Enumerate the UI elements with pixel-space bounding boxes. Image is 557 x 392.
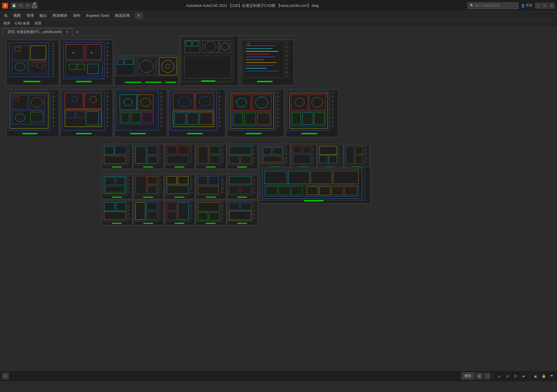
cad-drawing-2[interactable]	[60, 40, 113, 85]
svg-rect-205	[314, 113, 324, 125]
canvas-area[interactable]: + 模型 ⊞ ⋯ ⊾ ◎ ⊡ ◈ ⬕ 🔒 ⚑	[0, 36, 557, 381]
active-tab[interactable]: 【55】全屋定制展厅C....ysh3d.com】 ✕	[2, 28, 73, 36]
svg-rect-376	[263, 169, 362, 199]
menu-dropdown-button[interactable]: ▼	[135, 13, 143, 19]
menu-bar: 化 视图 管理 输出 附加模块 协作 Express Tools 精选应用 ▼	[0, 11, 557, 20]
svg-rect-426	[209, 213, 220, 220]
svg-rect-427	[206, 223, 215, 224]
share-button[interactable]: 🔗 共享	[31, 3, 38, 9]
svg-point-202	[312, 97, 323, 108]
svg-rect-138	[120, 112, 153, 124]
cad-drawing-r3-8[interactable]	[317, 144, 343, 169]
cad-drawing-5[interactable]	[241, 40, 294, 85]
cad-drawing-r3-3[interactable]	[165, 144, 195, 169]
menu-item-4[interactable]: 附加模块	[50, 12, 70, 19]
grid-view-button[interactable]: ⊞	[476, 373, 482, 379]
svg-rect-436	[241, 203, 251, 210]
menu-item-2[interactable]: 管理	[24, 12, 37, 19]
svg-rect-139	[121, 113, 130, 123]
cad-drawing-r4-3[interactable]	[165, 174, 195, 199]
cad-drawing-r5-1[interactable]	[102, 200, 132, 225]
cad-drawing-r4-wide[interactable]	[260, 167, 371, 204]
svg-rect-102	[30, 112, 43, 122]
menu-item-5[interactable]: 协作	[70, 12, 83, 19]
cad-drawing-r5-3[interactable]	[165, 200, 195, 225]
svg-rect-345	[167, 185, 188, 193]
cad-drawing-8[interactable]	[114, 89, 167, 137]
new-tab-button[interactable]: +	[2, 373, 9, 379]
separator-1	[493, 373, 494, 379]
cad-drawing-r3-4[interactable]	[196, 144, 226, 169]
app-title: Autodesk AutoCAD 2022 【155】全屋定制展厅CAD图 【w…	[186, 3, 319, 8]
polar-icon[interactable]: ◎	[504, 373, 511, 379]
svg-rect-254	[209, 146, 220, 154]
tab-close-button[interactable]: ✕	[65, 30, 69, 34]
dots-view-button[interactable]: ⋯	[484, 373, 490, 379]
svg-rect-221	[112, 166, 122, 168]
close-button[interactable]: ✕	[548, 3, 555, 9]
maximize-button[interactable]: □	[542, 3, 548, 9]
menu-item-0[interactable]: 化	[1, 12, 11, 19]
svg-rect-252	[197, 145, 221, 165]
lock-icon[interactable]: 🔒	[540, 373, 547, 379]
cad-drawing-4[interactable]	[180, 36, 238, 86]
cad-drawing-r4-5[interactable]	[227, 174, 258, 199]
cad-drawing-r5-5[interactable]	[227, 200, 258, 225]
redo-button[interactable]: ↪	[24, 3, 31, 9]
cad-drawing-r3-1[interactable]	[102, 144, 132, 169]
menu-item-7[interactable]: 精选应用	[112, 12, 133, 19]
cad-drawing-r3-9[interactable]	[344, 144, 369, 169]
svg-point-122	[90, 96, 96, 103]
svg-rect-382	[266, 187, 277, 195]
cad-drawing-7[interactable]	[60, 89, 113, 137]
snap-icon[interactable]: ⊡	[512, 373, 519, 379]
svg-rect-243	[178, 146, 188, 154]
cad-drawing-r3-2[interactable]	[133, 144, 164, 169]
title-bar-right: 🔍 键入关键字或短语 👤 登录 ─ □ ✕	[467, 2, 555, 9]
annotate-icon[interactable]: ⚑	[548, 373, 555, 379]
cad-drawing-11[interactable]	[286, 89, 338, 137]
svg-rect-230	[134, 145, 159, 165]
svg-rect-367	[241, 185, 251, 193]
cad-drawing-r3-5[interactable]	[227, 144, 258, 169]
svg-rect-120	[86, 112, 98, 125]
search-placeholder: 键入关键字或短语	[475, 3, 500, 8]
cad-drawing-3-group[interactable]	[114, 56, 178, 86]
sub-menu-item-2[interactable]: 清理	[32, 20, 44, 27]
svg-rect-184	[257, 113, 270, 125]
cad-drawing-r5-2[interactable]	[133, 200, 164, 225]
cad-drawing-r4-1[interactable]	[102, 174, 132, 199]
minimize-button[interactable]: ─	[535, 3, 541, 9]
svg-rect-364	[228, 175, 253, 195]
ortho-icon[interactable]: ⊾	[496, 373, 503, 379]
cad-drawing-1[interactable]	[6, 40, 59, 85]
login-button[interactable]: 👤 登录	[521, 3, 533, 8]
svg-rect-9	[38, 63, 43, 68]
model-tab[interactable]: 模型	[461, 372, 474, 379]
undo-button[interactable]: ↩	[18, 3, 24, 9]
cad-drawing-r4-4[interactable]	[196, 174, 226, 199]
cad-drawing-r3-6[interactable]	[260, 144, 290, 169]
svg-rect-219	[115, 146, 126, 154]
cad-drawing-10[interactable]	[227, 89, 284, 137]
cad-drawing-r4-2[interactable]	[133, 174, 164, 199]
cad-drawing-9[interactable]	[168, 89, 225, 137]
osnap-icon[interactable]: ◈	[520, 373, 527, 379]
save-button[interactable]: 💾	[11, 3, 17, 9]
svg-rect-404	[147, 212, 157, 220]
workspace-icon[interactable]: ⬕	[533, 373, 539, 379]
tab-add-button[interactable]: +	[74, 29, 81, 36]
menu-item-express-tools[interactable]: Express Tools	[83, 12, 112, 19]
menu-item-1[interactable]: 视图	[11, 12, 24, 19]
cad-drawing-6[interactable]	[6, 89, 59, 137]
svg-rect-264	[229, 146, 251, 154]
menu-item-3[interactable]: 输出	[37, 12, 50, 19]
cad-drawing-r5-4[interactable]	[196, 200, 226, 225]
svg-rect-60	[182, 38, 232, 81]
sub-menu-item-1[interactable]: CAD 标准	[13, 20, 32, 27]
search-box[interactable]: 🔍 键入关键字或短语	[467, 2, 519, 9]
sub-menu-item-0[interactable]: 程序	[1, 20, 13, 27]
cad-drawing-r3-7[interactable]	[291, 144, 316, 169]
svg-rect-56	[125, 82, 141, 83]
svg-rect-392	[116, 203, 126, 211]
